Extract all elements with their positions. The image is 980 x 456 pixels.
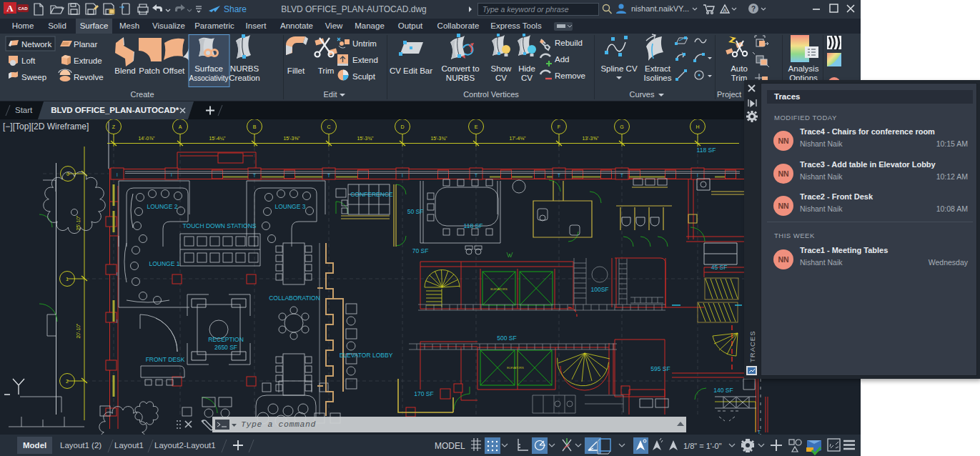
svg-text:CV: CV: [521, 74, 533, 82]
svg-text:595 SF: 595 SF: [650, 365, 670, 372]
svg-text:Spline CV: Spline CV: [600, 64, 637, 73]
svg-text:D: D: [400, 124, 404, 129]
svg-text:Extrude: Extrude: [74, 56, 102, 65]
svg-text:MODEL: MODEL: [435, 441, 465, 451]
svg-text:T: T: [253, 173, 256, 178]
svg-text:Creation: Creation: [229, 74, 259, 82]
svg-text:Loft: Loft: [21, 56, 36, 65]
svg-text:Trim: Trim: [318, 66, 335, 75]
svg-text:15'-4¼": 15'-4¼": [209, 136, 227, 141]
svg-text:1/8" = 1'-0": 1/8" = 1'-0": [683, 442, 722, 450]
svg-text:COLLABORATION: COLLABORATION: [269, 294, 320, 302]
svg-text:140 SF: 140 SF: [713, 387, 733, 394]
svg-text:NURBS: NURBS: [446, 74, 475, 82]
svg-text:Extract: Extract: [645, 64, 671, 73]
svg-text:ELEVATORS: ELEVATORS: [507, 366, 524, 370]
svg-text:T: T: [475, 173, 477, 178]
svg-text:Surface: Surface: [194, 64, 223, 73]
svg-text:Create: Create: [130, 90, 154, 99]
svg-text:Control Vertices: Control Vertices: [463, 90, 519, 99]
svg-text:A: A: [179, 124, 182, 129]
svg-text:Remove: Remove: [555, 71, 585, 80]
svg-text:118 SF: 118 SF: [464, 222, 483, 229]
svg-text:100SF: 100SF: [590, 286, 608, 293]
svg-text:Add: Add: [555, 55, 569, 64]
svg-text:Untrim: Untrim: [352, 39, 377, 48]
svg-text:I: I: [117, 319, 118, 324]
svg-text:TOUCH DOWN STATIONS: TOUCH DOWN STATIONS: [183, 222, 257, 229]
svg-text:Share: Share: [224, 4, 247, 14]
svg-text:CONFERENCE: CONFERENCE: [350, 191, 393, 198]
svg-text:17'-4⅛": 17'-4⅛": [510, 136, 527, 141]
svg-text:F: F: [558, 124, 560, 129]
svg-text:14'-0⅞": 14'-0⅞": [139, 136, 156, 141]
svg-text:50 SF: 50 SF: [407, 208, 424, 215]
svg-text:Auto: Auto: [731, 64, 748, 73]
svg-text:25'-10": 25'-10": [76, 215, 81, 231]
svg-text:Show: Show: [491, 64, 512, 73]
svg-text:Fillet: Fillet: [287, 66, 305, 75]
svg-text:B: B: [253, 124, 257, 129]
svg-text:2650 SF: 2650 SF: [214, 344, 237, 351]
svg-text:Sculpt: Sculpt: [352, 72, 376, 81]
svg-text:I: I: [117, 272, 118, 277]
svg-text:LOUNGE 1: LOUNGE 1: [149, 260, 180, 267]
svg-text:118 SF: 118 SF: [697, 147, 716, 154]
svg-text:Edit: Edit: [324, 90, 337, 99]
svg-text:I: I: [402, 173, 403, 178]
svg-text:Sweep: Sweep: [21, 73, 46, 81]
svg-text:CV Edit Bar: CV Edit Bar: [390, 66, 432, 75]
svg-text:Network: Network: [21, 40, 51, 49]
svg-text:45 SF: 45 SF: [711, 264, 728, 271]
svg-text:Patch: Patch: [139, 66, 159, 75]
svg-text:Planar: Planar: [74, 40, 97, 49]
svg-text:Convert to: Convert to: [441, 64, 479, 73]
svg-text:T: T: [620, 173, 623, 178]
svg-text:LOUNGE 2: LOUNGE 2: [147, 203, 178, 210]
svg-text:ELEVATOR LOBBY: ELEVATOR LOBBY: [340, 352, 393, 359]
svg-text:Curves: Curves: [630, 90, 655, 99]
svg-text:NURBS: NURBS: [230, 64, 259, 73]
svg-text:Project: Project: [717, 90, 741, 99]
svg-text:Extend: Extend: [352, 56, 378, 64]
svg-text:T: T: [327, 173, 330, 178]
svg-text:RECEPTION: RECEPTION: [208, 336, 244, 343]
svg-text:15'-3⅜": 15'-3⅜": [284, 136, 301, 141]
svg-text:CV: CV: [495, 74, 507, 82]
svg-text:T: T: [758, 430, 761, 435]
svg-text:Hide: Hide: [518, 64, 535, 73]
svg-text:15'-3¾": 15'-3¾": [357, 136, 375, 141]
svg-text:C: C: [327, 124, 330, 129]
svg-text:70 SF: 70 SF: [412, 247, 429, 254]
svg-text:1: 1: [66, 277, 69, 282]
svg-text:?: ?: [751, 5, 756, 13]
svg-text:T: T: [558, 173, 560, 178]
svg-text:A: A: [723, 7, 727, 14]
svg-text:2: 2: [66, 379, 69, 384]
svg-text:170 SF: 170 SF: [414, 390, 433, 397]
svg-text:Analysis: Analysis: [788, 64, 819, 73]
svg-text:H: H: [696, 124, 699, 129]
svg-text:Associativity: Associativity: [189, 74, 228, 82]
svg-text:500 SF: 500 SF: [497, 334, 516, 342]
svg-text:I: I: [171, 172, 172, 177]
svg-text:Isolines: Isolines: [644, 74, 672, 82]
svg-text:Revolve: Revolve: [74, 73, 104, 81]
svg-text:Z: Z: [112, 124, 116, 129]
svg-text:LOUNGE 3: LOUNGE 3: [275, 203, 306, 210]
svg-text:ELEVATORS: ELEVATORS: [490, 287, 508, 291]
svg-text:G: G: [620, 124, 623, 129]
svg-text:I: I: [697, 173, 698, 178]
svg-text:I: I: [117, 172, 118, 177]
svg-text:Rebuild: Rebuild: [555, 39, 583, 47]
svg-text:E: E: [475, 124, 478, 129]
svg-text:Blend: Blend: [114, 66, 135, 75]
svg-text:15'-3¾": 15'-3¾": [431, 136, 448, 141]
svg-text:Offset: Offset: [163, 66, 185, 75]
svg-text:CAD: CAD: [19, 6, 29, 11]
svg-text:FRONT DESK: FRONT DESK: [146, 356, 185, 363]
svg-text:13'-3⅝": 13'-3⅝": [583, 136, 600, 141]
svg-text:A: A: [6, 3, 14, 14]
svg-text:20'-10": 20'-10": [76, 323, 81, 339]
